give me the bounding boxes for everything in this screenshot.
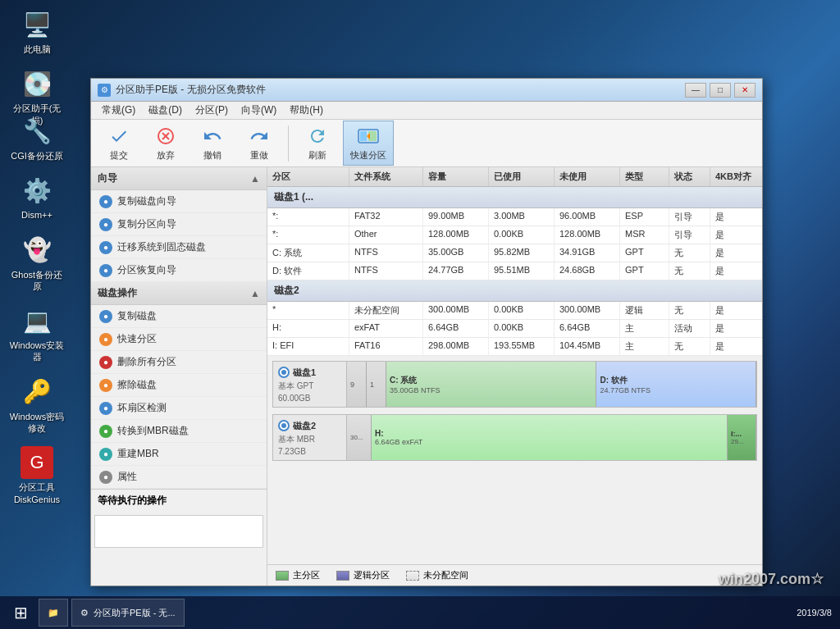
legend-logical-label: 逻辑分区 (354, 569, 390, 581)
disk-op-delete-label: 删除所有分区 (117, 355, 176, 369)
desktop-icon-ghost[interactable]: 👻 Ghost备份还原 (8, 234, 66, 293)
refresh-button[interactable]: 刷新 (296, 121, 339, 166)
redo-button[interactable]: 重做 (238, 121, 281, 166)
refresh-label: 刷新 (308, 149, 326, 162)
maximize-button[interactable]: □ (710, 83, 731, 98)
disk-op-bad-check[interactable]: ● 坏扇区检测 (91, 397, 267, 420)
desktop-icon-this-pc[interactable]: 🖥️ 此电脑 (8, 8, 66, 55)
cell-d2r2-unused: 6.64GB (555, 320, 620, 337)
desktop-icon-cgi[interactable]: 🔧 CGI备份还原 (8, 115, 66, 162)
taskbar-app-icon: ⚙ (80, 608, 89, 618)
start-button[interactable]: ⊞ (4, 598, 37, 627)
clock: 2019/3/8 (797, 608, 832, 618)
menu-wizard[interactable]: 向导(W) (235, 102, 283, 119)
menu-disk[interactable]: 磁盘(D) (142, 102, 189, 119)
cell-d1r1-part: *: (267, 208, 349, 226)
menu-general[interactable]: 常规(G) (95, 102, 142, 119)
legend-primary-label: 主分区 (293, 569, 320, 581)
cell-d1r1-unused: 96.00MB (555, 208, 620, 226)
wizard-item-copy-partition[interactable]: ● 复制分区向导 (91, 213, 267, 236)
disk-op-wipe[interactable]: ● 擦除磁盘 (91, 374, 267, 397)
taskbar-partition-app[interactable]: ⚙ 分区助手PE版 - 无... (71, 599, 185, 627)
wizard-item-migrate-ssd[interactable]: ● 迁移系统到固态磁盘 (91, 236, 267, 259)
disk2-part1[interactable]: 30... (347, 415, 372, 460)
table-row[interactable]: * 未分配空间 300.00MB 0.00KB 300.00MB 逻辑 无 是 (267, 302, 762, 320)
start-icon: ⊞ (14, 603, 28, 622)
col-header-used: 已使用 (489, 167, 555, 186)
disk-op-delete-all[interactable]: ● 删除所有分区 (91, 351, 267, 374)
disk2-p2-info: 6.64GB exFAT (375, 438, 724, 446)
cell-d1r4-fs: NTFS (349, 262, 423, 280)
table-row[interactable]: C: 系统 NTFS 35.00GB 95.82MB 34.91GB GPT 无… (267, 244, 762, 262)
cell-d1r2-status: 引导 (669, 226, 710, 244)
disk-ops-section-header: 磁盘操作 ▲ (91, 282, 267, 305)
taskbar-file-explorer[interactable]: 📁 (39, 599, 68, 627)
disk1-part4[interactable]: D: 软件 24.77GB NTFS (596, 362, 756, 407)
cell-d1r2-fs: Other (349, 226, 423, 244)
cell-d2r2-type: 主 (620, 320, 669, 337)
disk-op-quick-part[interactable]: ● 快速分区 (91, 328, 267, 351)
wizard-item-copy-disk[interactable]: ● 复制磁盘向导 (91, 190, 267, 213)
disk2-part2[interactable]: H: 6.64GB exFAT (372, 415, 728, 460)
discard-button[interactable]: 放弃 (144, 121, 187, 166)
wizard-collapse[interactable]: ▲ (250, 173, 260, 185)
disk-op-rebuild-mbr[interactable]: ● 重建MBR (91, 443, 267, 466)
desktop-icon-dism[interactable]: ⚙️ Dism++ (8, 174, 66, 221)
undo-button[interactable]: 撤销 (191, 121, 234, 166)
legend-bar: 主分区 逻辑分区 未分配空间 (267, 564, 762, 586)
close-button[interactable]: ✕ (734, 83, 756, 98)
cell-d2r3-fs: FAT16 (349, 338, 423, 355)
legend-primary-color (276, 571, 289, 581)
quick-partition-button[interactable]: 快速分区 (343, 121, 394, 166)
disk2-part3[interactable]: I:... 29... (728, 415, 756, 460)
disk-op-to-mbr[interactable]: ● 转换到MBR磁盘 (91, 420, 267, 443)
cell-d2r2-part: H: (267, 320, 349, 337)
cell-d2r2-align: 是 (710, 320, 762, 337)
desktop-icon-windows-install[interactable]: 💻 Windows安装器 (8, 304, 66, 363)
submit-button[interactable]: 提交 (98, 121, 140, 166)
disk-op-copy-icon: ● (99, 310, 112, 323)
partition-tool-icon: 💽 (21, 67, 53, 100)
disk-op-mbr-label: 转换到MBR磁盘 (117, 424, 189, 438)
desktop-icon-diskgenius[interactable]: G 分区工具DiskGenius (8, 446, 66, 505)
disk1-visual[interactable]: 磁盘1 基本 GPT 60.00GB 9 (272, 361, 757, 408)
col-header-align: 4KB对齐 (710, 167, 762, 186)
cell-d1r1-align: 是 (710, 208, 762, 226)
pending-title: 等待执行的操作 (98, 495, 167, 506)
right-panel: 分区 文件系统 容量 已使用 未使用 类型 状态 4KB对齐 磁盘1 (... (267, 167, 762, 586)
windows-install-icon: 💻 (21, 304, 53, 337)
table-row[interactable]: *: FAT32 99.00MB 3.00MB 96.00MB ESP 引导 是 (267, 208, 762, 226)
menu-partition[interactable]: 分区(P) (189, 102, 235, 119)
redo-label: 重做 (250, 149, 268, 162)
file-explorer-icon: 📁 (48, 608, 59, 618)
disk1-part1[interactable]: 9 (347, 362, 367, 407)
minimize-button[interactable]: — (685, 83, 706, 98)
migrate-ssd-label: 迁移系统到固态磁盘 (117, 240, 206, 254)
disk-op-bad-label: 坏扇区检测 (117, 401, 167, 415)
table-row[interactable]: D: 软件 NTFS 24.77GB 95.51MB 24.68GB GPT 无… (267, 262, 762, 280)
disk2-header-label: 磁盘2 (274, 285, 299, 296)
disk-op-properties[interactable]: ● 属性 (91, 466, 267, 489)
disk-op-copy[interactable]: ● 复制磁盘 (91, 305, 267, 328)
cell-d1r4-size: 24.77GB (423, 262, 489, 280)
disk1-p3-label: C: 系统 (390, 375, 592, 386)
disk2-partitions-visual: 30... H: 6.64GB exFAT I:... 29... (347, 415, 756, 460)
desktop-icon-windows-pwd[interactable]: 🔑 Windows密码修改 (8, 376, 66, 435)
menu-help[interactable]: 帮助(H) (283, 102, 330, 119)
wizard-item-restore-partition[interactable]: ● 分区恢复向导 (91, 259, 267, 282)
cell-d2r1-size: 300.00MB (423, 302, 489, 319)
table-row[interactable]: H: exFAT 6.64GB 0.00KB 6.64GB 主 活动 是 (267, 320, 762, 338)
desktop: ⚙ 分区助手PE版 - 无损分区免费软件 — □ ✕ 常规(G) 磁盘(D) 分… (0, 0, 840, 629)
taskbar-app-label: 分区助手PE版 - 无... (94, 607, 176, 619)
discard-label: 放弃 (157, 149, 175, 162)
disk-ops-collapse[interactable]: ▲ (250, 288, 260, 299)
pending-section-header: 等待执行的操作 (91, 489, 267, 512)
disk1-p3-info: 35.00GB NTFS (390, 386, 592, 394)
disk2-visual[interactable]: 磁盘2 基本 MBR 7.23GB 30... H: (272, 414, 757, 461)
disk1-part3[interactable]: C: 系统 35.00GB NTFS (386, 362, 596, 407)
cell-d1r4-part: D: 软件 (267, 262, 349, 280)
disk1-part2[interactable]: 1 (367, 362, 386, 407)
cell-d1r3-part: C: 系统 (267, 244, 349, 262)
table-row[interactable]: I: EFI FAT16 298.00MB 193.55MB 104.45MB … (267, 338, 762, 356)
table-row[interactable]: *: Other 128.00MB 0.00KB 128.00MB MSR 引导… (267, 226, 762, 244)
